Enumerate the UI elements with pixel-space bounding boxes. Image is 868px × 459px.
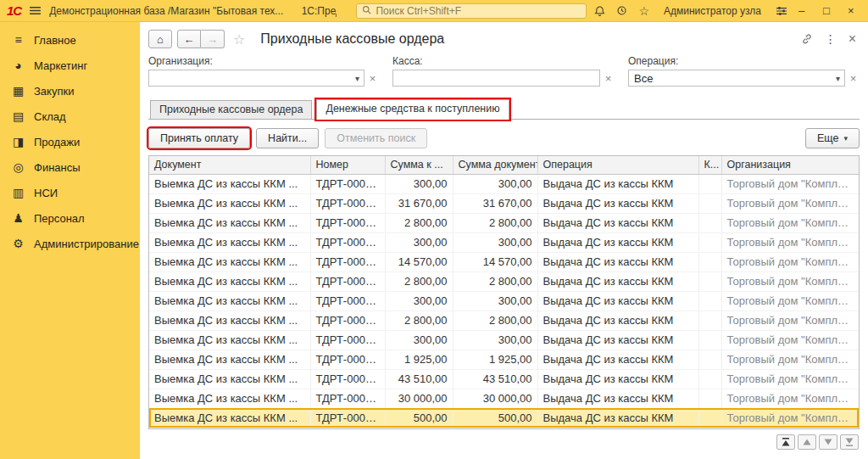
cell: Выдача ДС из кассы ККМ <box>537 252 698 271</box>
sidebar-item-administration[interactable]: ⚙ Администрирование <box>0 231 140 256</box>
infobase-name: Демонстрационная база /Магазин "Бытовая … <box>49 5 283 17</box>
operation-select[interactable]: Все ▾ <box>628 70 845 87</box>
link-icon[interactable] <box>801 33 813 45</box>
home-icon: ⌂ <box>157 33 164 46</box>
close-form-icon[interactable]: × <box>849 31 856 47</box>
table-row[interactable]: Выемка ДС из кассы ККМ ...ТДРТ-0000011 9… <box>149 350 859 369</box>
table-row[interactable]: Выемка ДС из кассы ККМ ...ТДРТ-000011300… <box>149 291 859 311</box>
table-body: Выемка ДС из кассы ККМ ...ТДРТ-000005300… <box>149 174 859 428</box>
current-user[interactable]: Администратор узла <box>664 5 761 17</box>
cell: 43 510,00 <box>453 369 537 389</box>
cell: Выдача ДС из кассы ККМ <box>537 369 698 389</box>
cashbox-clear-icon[interactable]: × <box>602 72 615 85</box>
more-menu-icon[interactable]: ⋮ <box>825 32 837 46</box>
table-row[interactable]: Выемка ДС из кассы ККМ ...ТДРТ-00000914 … <box>149 252 859 271</box>
forward-button[interactable]: → <box>201 30 225 48</box>
table-row[interactable]: Выемка ДС из кассы ККМ ...ТДРТ-0000122 8… <box>149 311 859 330</box>
administration-icon: ⚙ <box>11 237 25 250</box>
organization-label: Организация: <box>148 55 379 67</box>
close-window-icon[interactable]: × <box>848 4 861 17</box>
sidebar-item-master-data[interactable]: ▥ НСИ <box>0 180 140 205</box>
cell: Выемка ДС из кассы ККМ ... <box>149 252 310 271</box>
global-search[interactable] <box>356 3 587 19</box>
cell: 1 925,00 <box>385 350 453 369</box>
cell: 300,00 <box>385 174 453 193</box>
sidebar-item-warehouse[interactable]: ▤ Склад <box>0 104 140 129</box>
organization-clear-icon[interactable]: × <box>366 72 379 85</box>
tab-cash-receipt-orders[interactable]: Приходные кассовые ордера <box>150 100 312 119</box>
search-input[interactable] <box>376 5 581 17</box>
cell: 300,00 <box>385 330 453 350</box>
history-icon[interactable] <box>616 5 627 16</box>
scroll-to-top-button[interactable] <box>776 434 795 450</box>
more-actions-button[interactable]: Еще ▾ <box>805 128 860 148</box>
column-header[interactable]: Операция <box>537 156 698 174</box>
table-row[interactable]: Выемка ДС из кассы ККМ ...ТДРТ-00000230 … <box>149 389 859 408</box>
organization-dropdown-icon[interactable]: ▾ <box>353 74 362 83</box>
favorite-star-icon[interactable]: ☆ <box>233 31 245 48</box>
scroll-up-button[interactable] <box>798 434 816 450</box>
table-row[interactable]: Выемка ДС из кассы ККМ ...ТДРТ-00000631 … <box>149 193 859 213</box>
back-button[interactable]: ← <box>177 30 201 48</box>
notifications-bell-icon[interactable] <box>594 5 605 16</box>
find-button[interactable]: Найти... <box>256 128 319 148</box>
scroll-to-bottom-button[interactable] <box>840 434 859 450</box>
service-menu-icon[interactable] <box>776 6 787 16</box>
cell: Выдача ДС из кассы ККМ <box>537 408 698 428</box>
operation-dropdown-icon[interactable]: ▾ <box>833 74 843 83</box>
table-row[interactable]: Выемка ДС из кассы ККМ ...ТДРТ-000003500… <box>149 408 859 428</box>
cell: Выдача ДС из кассы ККМ <box>537 291 698 311</box>
form-toolbar: ⌂ ← → ☆ Приходные кассовые ордера ⋮ × <box>148 26 860 52</box>
master-data-icon: ▥ <box>11 186 25 199</box>
cell: Выемка ДС из кассы ККМ ... <box>149 291 310 311</box>
cell: Торговый дом "Комплексн... <box>721 330 859 350</box>
cell: Торговый дом "Комплексн... <box>721 389 859 408</box>
cell <box>698 350 721 369</box>
column-header[interactable]: Сумма к ... <box>385 156 453 174</box>
app-name: 1С:Предприятие <box>302 5 337 17</box>
column-header[interactable]: Сумма документа <box>453 156 537 174</box>
column-header[interactable]: Документ <box>149 156 310 174</box>
sidebar-item-marketing[interactable]: ◕ Маркетинг <box>0 53 140 78</box>
cell: ТДРТ-000012 <box>310 311 385 330</box>
tab-incoming-funds[interactable]: Денежные средства к поступлению <box>316 99 509 120</box>
sidebar-item-finance[interactable]: ◎ Финансы <box>0 154 140 180</box>
column-header[interactable]: Номер <box>310 156 385 174</box>
cashbox-input[interactable] <box>392 70 600 87</box>
column-header[interactable]: Организация <box>721 156 859 174</box>
cell: Выемка ДС из кассы ККМ ... <box>149 330 310 350</box>
sidebar-item-sales[interactable]: ◨ Продажи <box>0 129 140 154</box>
home-button[interactable]: ⌂ <box>148 30 172 48</box>
operation-clear-icon[interactable]: × <box>847 72 860 85</box>
main-menu-icon[interactable] <box>29 6 42 15</box>
organization-input[interactable]: ▾ <box>148 70 364 87</box>
cell: Торговый дом "Комплексн... <box>721 232 859 252</box>
table-row[interactable]: Выемка ДС из кассы ККМ ...ТДРТ-000008300… <box>149 232 859 252</box>
cell: Торговый дом "Комплексн... <box>721 213 859 232</box>
cell: 31 670,00 <box>385 193 453 213</box>
table-row[interactable]: Выемка ДС из кассы ККМ ...ТДРТ-00000143 … <box>149 369 859 389</box>
staff-icon: ♟ <box>11 211 25 225</box>
sidebar-item-purchases[interactable]: ▦ Закупки <box>0 78 140 104</box>
grid-nav <box>148 429 860 455</box>
cell: ТДРТ-000013 <box>310 330 385 350</box>
sections-icon: ≡ <box>11 33 25 47</box>
cell: Выемка ДС из кассы ККМ ... <box>149 408 310 428</box>
accept-payment-button[interactable]: Принять оплату <box>148 128 250 148</box>
cell: Выдача ДС из кассы ККМ <box>537 271 698 291</box>
purchases-icon: ▦ <box>11 84 25 98</box>
table-row[interactable]: Выемка ДС из кассы ККМ ...ТДРТ-0000102 8… <box>149 271 859 291</box>
maximize-icon[interactable]: □ <box>823 4 837 17</box>
cell <box>698 389 721 408</box>
cashbox-label: Касса: <box>392 55 615 67</box>
table-row[interactable]: Выемка ДС из кассы ККМ ...ТДРТ-000005300… <box>149 174 859 193</box>
table-row[interactable]: Выемка ДС из кассы ККМ ...ТДРТ-0000072 8… <box>149 213 859 232</box>
scroll-down-button[interactable] <box>819 434 837 450</box>
favorites-star-icon[interactable]: ☆ <box>638 4 649 18</box>
cell: Торговый дом "Комплексн... <box>721 369 859 389</box>
sidebar-item-sections[interactable]: ≡ Главное <box>0 27 140 53</box>
table-row[interactable]: Выемка ДС из кассы ККМ ...ТДРТ-000013300… <box>149 330 859 350</box>
column-header[interactable]: К... <box>698 156 721 174</box>
minimize-icon[interactable]: – <box>798 4 812 17</box>
sidebar-item-staff[interactable]: ♟ Персонал <box>0 205 140 231</box>
